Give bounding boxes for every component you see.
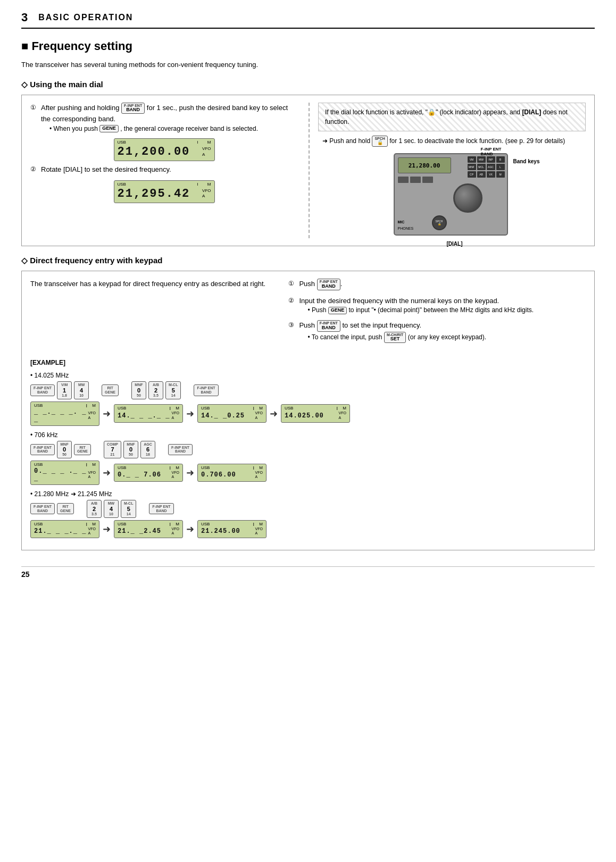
- ex1-k7[interactable]: M-CL514: [165, 381, 181, 399]
- ex1-disp1: USBM _ _._ _ _. _ _ VFOA I: [30, 401, 99, 426]
- ex2-k3[interactable]: RITGENE: [74, 444, 91, 455]
- ex1-d1-freq: _ _._ _ _. _ _: [34, 408, 88, 423]
- page-header: 3 BASIC OPERATION: [21, 11, 595, 29]
- lcd1-vfo: VFOA: [202, 146, 211, 157]
- step-2-content: Rotate [DIAL] to set the desired frequen…: [41, 164, 298, 175]
- gene-btn-2[interactable]: GENE: [328, 307, 347, 314]
- subsection-using-main-dial: Using the main dial: [21, 80, 595, 89]
- ex3-k1[interactable]: F-INP ENTBAND: [30, 503, 55, 514]
- lcd1-i: I: [197, 140, 198, 145]
- lcd-display-2: USB M 21,295.42 VFOA I: [114, 180, 215, 203]
- arrow3: ➜: [270, 408, 278, 420]
- ctrl-2: [410, 177, 421, 183]
- ex2-displays: USBM 0._ _ _ ._ _ _ VFOA I ➜ USBM 0._ _ …: [30, 461, 586, 485]
- ex2-k6[interactable]: AGC618: [140, 441, 155, 458]
- main-dial-left: ① After pushing and holding F-INP ENT BA…: [30, 103, 298, 239]
- main-dial-right: If the dial lock function is activated, …: [309, 103, 586, 239]
- ex3-k6[interactable]: F-INP ENTBAND: [149, 503, 173, 514]
- direct-entry-inner: The transceiver has a keypad for direct …: [30, 279, 586, 348]
- radio-body: 21,280.00 VM MW INP B MNF MCL AGC L CP A…: [394, 153, 508, 236]
- ctrl-1: [398, 177, 409, 183]
- mch-rit-btn[interactable]: M-CH/RIT SET: [384, 332, 406, 344]
- direct-step-2-num: ②: [288, 296, 296, 305]
- ex1-k1[interactable]: F-INP ENTBAND: [30, 384, 55, 396]
- note2: ➜ Push and hold SPCH 🔒 for 1 sec. to dea…: [322, 136, 586, 147]
- step-1-bullet: • When you push GENE , the general cover…: [49, 124, 298, 133]
- arrow5: ➜: [186, 467, 194, 479]
- step-2-num: ②: [30, 164, 38, 174]
- lcd1-freq: 21,200.00: [118, 145, 190, 158]
- dial-knob: [453, 183, 482, 213]
- step-1-num: ①: [30, 103, 38, 112]
- gene-btn[interactable]: GENE: [99, 125, 119, 132]
- ex3-d2-freq: 21._ _2.45: [118, 528, 161, 535]
- ex2-disp3: USBM 0.706.00 VFOA I: [197, 464, 267, 482]
- step-2-text: Rotate [DIAL] to set the desired frequen…: [41, 165, 171, 173]
- lcd2-i: I: [197, 182, 198, 187]
- ex3-k2[interactable]: RITGENE: [57, 503, 74, 514]
- finp-btn-direct-3[interactable]: F-INP ENT BAND: [317, 320, 340, 332]
- ex3-k4[interactable]: MW410: [104, 500, 119, 517]
- ex3-d3-freq: 21.245.00: [201, 528, 240, 535]
- ex1-disp3: USBM 14._ _0.25 VFOA I: [197, 404, 267, 423]
- finp-btn-direct-1[interactable]: F-INP ENT BAND: [317, 279, 340, 290]
- note1-text: If the dial lock function is activated, …: [325, 108, 568, 125]
- ex1-k4[interactable]: RITGENE: [102, 384, 119, 396]
- direct-step-3-bullet: • To cancel the input, push M-CH/RIT SET…: [307, 332, 586, 344]
- step-2: ② Rotate [DIAL] to set the desired frequ…: [30, 164, 298, 175]
- controls-row: [398, 177, 433, 183]
- ex1-container: F-INP ENTBAND V/M11.8 MW410 RITGENE MNF0…: [30, 381, 586, 425]
- lcd2-usb: USB: [118, 182, 126, 187]
- example-label: [EXAMPLE]: [30, 359, 586, 366]
- direct-step-1: ① Push F-INP ENT BAND .: [288, 279, 586, 290]
- section-intro: The transceiver has several tuning metho…: [21, 60, 595, 70]
- step-1: ① After pushing and holding F-INP ENT BA…: [30, 103, 298, 133]
- ex2-k5[interactable]: MNF050: [123, 441, 138, 458]
- ex3-k3[interactable]: A/B23.5: [87, 500, 102, 517]
- arrow6: ➜: [103, 523, 111, 535]
- arrow1: ➜: [103, 408, 111, 420]
- chapter-title: BASIC OPERATION: [38, 13, 133, 22]
- arrow2: ➜: [186, 408, 194, 420]
- lcd1-m: M: [207, 140, 211, 145]
- spch-btn[interactable]: SPCH 🔒: [372, 136, 387, 147]
- ex3-k5[interactable]: M-CL514: [121, 500, 137, 517]
- direct-step-1-content: Push F-INP ENT BAND .: [299, 279, 586, 290]
- ex2-disp2: USBM 0._ _ 7.06 VFOA I: [114, 464, 183, 482]
- direct-step-1-num: ①: [288, 279, 296, 288]
- ex2-k7[interactable]: F-INP ENTBAND: [168, 444, 193, 455]
- ex1-k3[interactable]: MW410: [74, 381, 89, 399]
- note-box-1: If the dial lock function is activated, …: [318, 103, 586, 131]
- direct-entry-box: The transceiver has a keypad for direct …: [21, 271, 595, 550]
- spch-round-btn: SPCH🔒: [432, 215, 447, 230]
- ex3-displays: USBM 21._ _ _._ _ VFOA I ➜ USBM 21._ _2.…: [30, 520, 586, 539]
- lcd-display-1: USB M 21,200.00 VFOA I: [114, 138, 215, 161]
- ex1-k2[interactable]: V/M11.8: [57, 381, 72, 399]
- ex3-keys: F-INP ENTBAND RITGENE A/B23.5 MW410 M-CL…: [30, 500, 586, 517]
- direct-step-3-num: ③: [288, 320, 296, 330]
- ex3-disp2: USBM 21._ _2.45 VFOA I: [114, 520, 183, 539]
- chapter-number: 3: [21, 11, 28, 24]
- ex1-d2-freq: 14._ _ _._ _: [118, 412, 170, 420]
- section-title: Frequency setting: [21, 39, 595, 53]
- lcd2-m: M: [207, 182, 211, 187]
- ex2-k2[interactable]: MNF050: [57, 441, 72, 458]
- finp-overlay-label: F-INP ENTBAND: [481, 147, 502, 156]
- ex3-disp3: USBM 21.245.00 VFOA I: [197, 520, 267, 539]
- lcd-display-2-wrapper: USB M 21,295.42 VFOA I: [30, 180, 298, 203]
- arrow7: ➜: [186, 523, 194, 535]
- radio-illustration: 21,280.00 VM MW INP B MNF MCL AGC L CP A…: [394, 153, 511, 238]
- ex2-k1[interactable]: F-INP ENTBAND: [30, 444, 55, 455]
- ex1-disp2: USBM 14._ _ _._ _ VFOA I: [114, 404, 183, 423]
- ex2-k4[interactable]: COMP721: [104, 441, 121, 458]
- step-1-content: After pushing and holding F-INP ENT BAND…: [41, 103, 298, 133]
- finp-ent-band-btn-1[interactable]: F-INP ENT BAND: [121, 103, 145, 114]
- direct-right: ① Push F-INP ENT BAND . ② Input the desi…: [288, 279, 586, 348]
- ex1-k6[interactable]: A/B23.5: [148, 381, 163, 399]
- direct-step-2-content: Input the desired frequency with the num…: [299, 296, 586, 315]
- ex1-k5[interactable]: MNF050: [131, 381, 146, 399]
- lcd1-usb: USB: [118, 140, 126, 145]
- ex1-label: • 14.025 MHz: [30, 372, 586, 379]
- ex1-k8[interactable]: F-INP ENTBAND: [194, 384, 218, 396]
- ex1-d4-freq: 14.025.00: [285, 412, 324, 420]
